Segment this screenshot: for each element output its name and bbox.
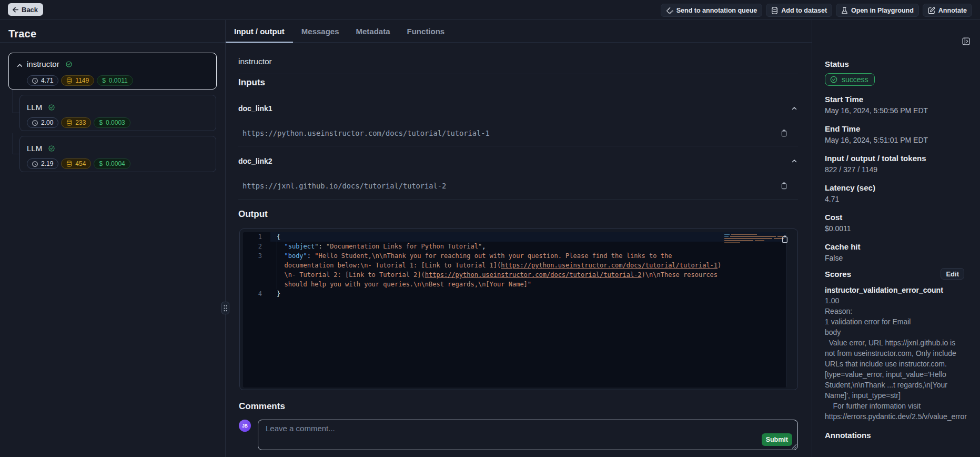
status-badge-label: success	[842, 75, 868, 84]
span-card-instructor-0[interactable]: instructor4.711149$0.0011	[8, 53, 217, 90]
open-in-playground-button[interactable]: Open in Playground	[836, 4, 919, 17]
score-metric-name: instructor_validation_error_count	[825, 285, 976, 295]
score-reason-line: not from useinstructor.com, Only include	[825, 348, 976, 359]
detail-value: False	[825, 253, 972, 263]
submit-comment-button[interactable]: Submit	[762, 433, 792, 446]
score-reason-line: Value error, URL https://jxnl.github.io …	[825, 337, 976, 348]
edit-scores-button[interactable]: Edit	[941, 268, 964, 280]
status-label: Status	[825, 59, 875, 69]
field-value: https://python.useinstructor.com/docs/tu…	[243, 129, 490, 137]
annotate-button[interactable]: Annotate	[923, 4, 972, 17]
code-row: documentation below:\n- Tutorial 1: [Lin…	[243, 261, 786, 270]
indent-guide	[277, 242, 277, 289]
collapse-chevron-icon[interactable]	[16, 62, 23, 69]
score-reason-line: 1.00	[825, 295, 976, 306]
grip-dots-icon	[224, 305, 227, 312]
detail-value: May 16, 2024, 5:50:56 PM EDT	[825, 105, 972, 116]
detail-value: $0.0011	[825, 223, 972, 234]
sidebar-header-divider	[0, 42, 225, 43]
copy-field-icon[interactable]	[781, 182, 787, 190]
code-row: 2 "subject": "Documentation Links for Py…	[243, 242, 786, 251]
trace-title: Trace	[8, 28, 36, 40]
latency-pill: 4.71	[27, 75, 58, 86]
code-row: 4}	[243, 289, 786, 299]
score-reason-line: body	[825, 327, 976, 337]
detail-label: Latency (sec)	[825, 183, 972, 193]
tokens-pill: 454	[61, 158, 91, 169]
span-name: instructor	[27, 59, 59, 68]
tree-connector-line	[13, 113, 19, 113]
tab-messages[interactable]: Messages	[293, 20, 348, 43]
span-name: LLM	[27, 144, 42, 153]
output-code-block: 1{2 "subject": "Documentation Links for …	[239, 228, 798, 390]
back-button-label: Back	[22, 6, 38, 14]
span-card-llm-2[interactable]: LLM2.19454$0.0004	[19, 136, 216, 172]
resize-handle-icon[interactable]	[791, 443, 797, 449]
user-avatar: JB	[239, 420, 251, 432]
line-number	[243, 270, 262, 280]
annotations-heading: Annotations	[825, 431, 871, 440]
database-icon	[771, 7, 778, 14]
status-badge: success	[825, 73, 875, 86]
line-number	[243, 261, 262, 270]
code-row: 3 "body": "Hello Student,\n\nThank you f…	[243, 251, 786, 261]
line-number: 1	[243, 232, 262, 242]
detail-value: May 16, 2024, 5:51:01 PM EDT	[825, 135, 972, 145]
score-reason-line: Reason:	[825, 306, 976, 316]
span-card-llm-1[interactable]: LLM2.00233$0.0003	[19, 95, 216, 131]
detail-label: Start Time	[825, 95, 972, 104]
score-reason-line: https://errors.pydantic.dev/2.5/v/value_…	[825, 411, 976, 422]
minimap[interactable]	[724, 233, 784, 244]
score-reason-line: For further information visit	[825, 401, 976, 411]
detail-value: 4.71	[825, 194, 972, 204]
scores-header: Scores Edit	[825, 270, 977, 279]
detail-group-latency-sec: Latency (sec)4.71	[825, 183, 972, 204]
tab-metadata[interactable]: Metadata	[348, 20, 399, 43]
code-row: 1{	[243, 232, 786, 242]
tab-strip: Input / outputMessagesMetadataFunctions	[226, 20, 812, 43]
tokens-icon	[66, 77, 72, 84]
tab-input-output[interactable]: Input / output	[226, 20, 293, 43]
detail-label: Cost	[825, 213, 972, 222]
dollar-icon: $	[102, 77, 106, 84]
action-button-label: Annotate	[938, 7, 967, 14]
field-label: doc_link2	[238, 157, 272, 165]
comments-heading: Comments	[239, 401, 285, 412]
tokens-pill: 233	[61, 117, 91, 128]
back-arrow-icon	[12, 6, 19, 13]
copy-field-icon[interactable]	[781, 130, 787, 137]
tokens-pill: 1149	[61, 75, 94, 86]
cost-pill: $0.0011	[97, 75, 133, 86]
latency-pill: 2.00	[27, 117, 58, 128]
editor-scrollbar-gutter	[786, 232, 786, 388]
line-number: 3	[243, 251, 262, 261]
tag-pen-icon	[666, 7, 673, 14]
comment-input[interactable]	[258, 420, 797, 450]
collapse-field-icon[interactable]	[791, 105, 797, 112]
latency-pill: 2.19	[27, 158, 58, 169]
check-circle-icon	[830, 76, 837, 83]
comment-box: Submit	[258, 420, 798, 450]
score-reason-line: 1 validation error for Email	[825, 316, 976, 327]
add-to-dataset-button[interactable]: Add to dataset	[766, 4, 832, 17]
collapse-panel-icon[interactable]	[962, 37, 970, 45]
success-check-icon	[48, 104, 55, 111]
back-button[interactable]: Back	[8, 3, 43, 16]
panel-resize-handle[interactable]	[221, 302, 229, 314]
field-value: https://jxnl.github.io/docs/tutorial/tut…	[243, 182, 446, 190]
divider	[238, 199, 798, 200]
top-bar: Back Send to annotation queueAdd to data…	[0, 0, 980, 20]
clock-icon	[32, 161, 38, 167]
score-reason-line: Name]', input_type=str]	[825, 390, 976, 401]
line-number: 2	[243, 242, 262, 251]
send-to-annotation-queue-button[interactable]: Send to annotation queue	[661, 4, 762, 17]
detail-value: 822 / 327 / 1149	[825, 164, 972, 175]
trace-sidebar: Trace instructor4.711149$0.0011LLM2.0023…	[0, 20, 226, 457]
collapse-field-icon[interactable]	[791, 158, 797, 164]
tab-functions[interactable]: Functions	[399, 20, 453, 43]
code-editor[interactable]: 1{2 "subject": "Documentation Links for …	[243, 232, 786, 388]
flask-icon	[841, 7, 848, 14]
output-heading: Output	[238, 209, 268, 220]
tree-connector-line	[13, 133, 13, 154]
copy-output-icon[interactable]	[781, 235, 789, 243]
